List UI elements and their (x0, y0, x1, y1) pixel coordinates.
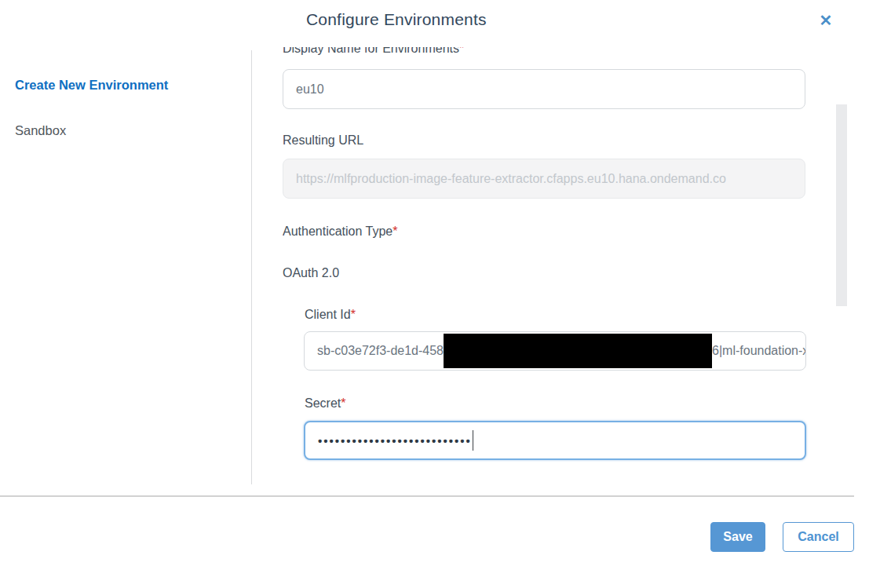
authentication-type-label: Authentication Type* (283, 225, 397, 239)
secret-input[interactable]: ••••••••••••••••••••••••••• (304, 421, 806, 460)
secret-masked-value: ••••••••••••••••••••••••••• (318, 434, 472, 447)
authentication-type-value: OAuth 2.0 (283, 266, 339, 280)
required-asterisk: * (341, 396, 345, 410)
redaction-box (444, 334, 712, 368)
dialog-title: Configure Environments (306, 10, 487, 29)
display-name-value: eu10 (296, 82, 324, 97)
sidebar-divider (251, 50, 252, 484)
authentication-type-label-text: Authentication Type (283, 225, 393, 238)
resulting-url-input-disabled: https://mlfproduction-image-feature-extr… (283, 159, 805, 199)
scrollbar-thumb[interactable] (836, 104, 847, 306)
display-name-input[interactable]: eu10 (283, 69, 805, 109)
resulting-url-value: https://mlfproduction-image-feature-extr… (296, 172, 726, 186)
client-id-label-text: Client Id (305, 308, 351, 321)
close-icon[interactable]: ✕ (816, 10, 836, 31)
form-scroll-area: Display Name for Environments* eu10 Resu… (283, 47, 809, 471)
display-name-label: Display Name for Environments* (283, 47, 464, 56)
footer-divider (0, 495, 854, 497)
cancel-button[interactable]: Cancel (783, 522, 854, 552)
secret-label: Secret* (305, 396, 345, 411)
resulting-url-label: Resulting URL (283, 133, 363, 148)
display-name-label-text: Display Name for Environments (283, 47, 459, 55)
text-cursor (473, 430, 473, 451)
client-id-label: Client Id* (305, 308, 356, 322)
client-id-input[interactable]: sb-c03e72f3-de1d-458 6|ml-foundation-xsu… (304, 331, 806, 371)
required-asterisk: * (351, 308, 356, 321)
required-asterisk: * (459, 47, 464, 55)
sidebar-item-sandbox[interactable]: Sandbox (15, 123, 66, 138)
required-asterisk: * (393, 225, 397, 238)
save-button[interactable]: Save (710, 522, 765, 552)
sidebar-item-create-new-environment[interactable]: Create New Environment (15, 78, 168, 93)
client-id-value-prefix: sb-c03e72f3-de1d-458 (317, 344, 444, 358)
secret-label-text: Secret (305, 396, 341, 410)
client-id-value-suffix: 6|ml-foundation-xsuaa (712, 344, 806, 358)
